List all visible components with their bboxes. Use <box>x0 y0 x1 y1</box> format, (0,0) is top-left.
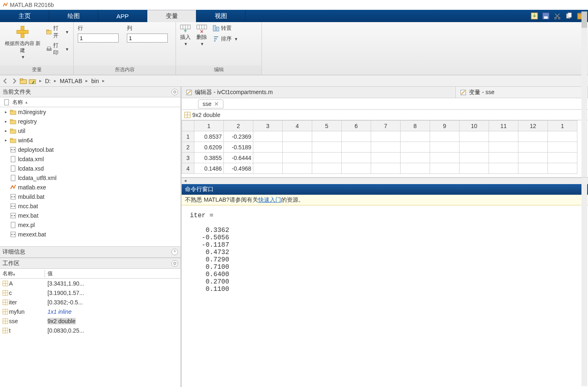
row-header[interactable]: 3 <box>182 153 194 163</box>
file-item[interactable]: lcdata.xsd <box>0 164 180 173</box>
grid-cell[interactable] <box>312 163 342 174</box>
grid-cell[interactable]: 0.6209 <box>194 142 224 153</box>
grid-cell[interactable] <box>518 142 548 153</box>
workspace-variable-row[interactable]: iter[0.3362;-0.5... <box>0 297 180 307</box>
grid-cell[interactable] <box>371 131 401 142</box>
grid-cell[interactable] <box>460 142 489 153</box>
column-header[interactable]: 12 <box>518 121 548 131</box>
current-folder-header[interactable]: 当前文件夹 ⊙ <box>0 87 180 97</box>
grid-cell[interactable] <box>342 153 371 163</box>
expand-icon[interactable] <box>3 223 8 227</box>
file-item[interactable]: matlab.exe <box>0 182 180 192</box>
insert-button[interactable]: 插入 ▼ <box>180 25 191 46</box>
column-header[interactable]: 6 <box>342 121 371 131</box>
new-from-selection-button[interactable]: 根据所选内容 新建 ▼ <box>4 25 41 59</box>
command-window-output[interactable]: iter = 0.3362 -0.5056 -0.1187 0.4732 0.7… <box>182 205 588 387</box>
grid-cell[interactable] <box>312 131 342 142</box>
tab-view[interactable]: 视图 <box>196 10 246 22</box>
column-header[interactable]: 9 <box>430 121 460 131</box>
grid-cell[interactable] <box>253 153 283 163</box>
tab-apps[interactable]: APP <box>98 10 147 22</box>
grid-cell[interactable] <box>401 131 430 142</box>
file-item[interactable]: mexext.bat <box>0 230 180 239</box>
column-header[interactable]: 7 <box>371 121 401 131</box>
grid-cell[interactable] <box>371 163 401 174</box>
folder-item[interactable]: ▸win64 <box>0 135 180 145</box>
grid-cell[interactable] <box>518 131 548 142</box>
up-folder-icon[interactable] <box>20 77 27 85</box>
grid-cell[interactable] <box>518 163 548 174</box>
breadcrumb-item[interactable]: bin <box>91 78 99 84</box>
column-header[interactable]: 2 <box>224 121 253 131</box>
expand-icon[interactable] <box>3 157 8 162</box>
grid-cell[interactable] <box>253 163 283 174</box>
minimize-icon[interactable]: ⊙ <box>171 89 178 95</box>
folder-item[interactable]: ▸m3iregistry <box>0 107 180 117</box>
column-header[interactable]: 11 <box>489 121 518 131</box>
variable-tab-sse[interactable]: sse ✕ <box>198 99 223 108</box>
grid-cell[interactable] <box>460 153 489 163</box>
breadcrumb-drive[interactable]: D: <box>45 78 51 84</box>
workspace-variable-row[interactable]: myfun1x1 inline <box>0 307 180 316</box>
variable-tab[interactable]: 变量 - sse <box>456 87 588 98</box>
column-header[interactable]: 10 <box>460 121 489 131</box>
folder-item[interactable]: ▸util <box>0 126 180 135</box>
workspace-variable-row[interactable]: t[0.0830,0.25... <box>0 326 180 335</box>
file-item[interactable]: mbuild.bat <box>0 192 180 201</box>
grid-cell[interactable] <box>489 163 518 174</box>
grid-cell[interactable] <box>430 142 460 153</box>
command-window-header[interactable]: 命令行窗口 <box>182 184 588 195</box>
grid-cell[interactable] <box>371 142 401 153</box>
grid-cell[interactable] <box>253 131 283 142</box>
tab-home[interactable]: 主页 <box>0 10 49 22</box>
current-folder-columns[interactable]: 名称 ▴ <box>0 97 180 107</box>
grid-cell[interactable]: -0.2369 <box>224 131 253 142</box>
file-item[interactable]: lcdata.xml <box>0 154 180 164</box>
grid-cell[interactable] <box>489 142 518 153</box>
expand-icon[interactable]: ▸ <box>3 119 8 124</box>
row-header[interactable]: 2 <box>182 142 194 153</box>
save-icon[interactable] <box>542 12 550 20</box>
details-panel-header[interactable]: 详细信息 ^ <box>0 246 180 258</box>
grid-cell[interactable] <box>430 163 460 174</box>
grid-cell[interactable]: -0.4968 <box>224 163 253 174</box>
grid-cell[interactable]: 0.3855 <box>194 153 224 163</box>
column-header[interactable]: 3 <box>253 121 283 131</box>
horizontal-scrollbar[interactable]: ◂ <box>182 178 588 184</box>
row-header[interactable]: 1 <box>182 131 194 142</box>
tab-plots[interactable]: 绘图 <box>49 10 98 22</box>
grid-cell[interactable] <box>548 153 577 163</box>
expand-icon[interactable] <box>3 185 8 190</box>
expand-icon[interactable] <box>3 213 8 218</box>
variable-grid[interactable]: 123456789101112110.8537-0.236920.6209-0.… <box>182 120 588 178</box>
grid-cell[interactable] <box>460 131 489 142</box>
transpose-button[interactable]: 转置 <box>213 25 238 32</box>
minimize-icon[interactable]: ⊙ <box>171 260 178 267</box>
expand-icon[interactable] <box>3 176 8 180</box>
grid-cell[interactable] <box>312 153 342 163</box>
grid-cell[interactable] <box>401 142 430 153</box>
grid-cell[interactable] <box>342 142 371 153</box>
file-item[interactable]: mex.bat <box>0 211 180 220</box>
file-item[interactable]: deploytool.bat <box>0 145 180 154</box>
expand-icon[interactable]: ▸ <box>3 110 8 115</box>
file-item[interactable]: lcdata_utf8.xml <box>0 173 180 182</box>
expand-icon[interactable]: ▸ <box>3 128 8 133</box>
folder-item[interactable]: ▸registry <box>0 117 180 126</box>
current-folder-list[interactable]: ▸m3iregistry▸registry▸util▸win64deployto… <box>0 107 180 246</box>
grid-cell[interactable]: 0.1486 <box>194 163 224 174</box>
import-icon[interactable] <box>531 12 538 20</box>
column-header[interactable]: 4 <box>283 121 312 131</box>
grid-cell[interactable]: 0.8537 <box>194 131 224 142</box>
grid-cell[interactable] <box>371 153 401 163</box>
grid-cell[interactable] <box>548 163 577 174</box>
grid-cell[interactable] <box>283 163 312 174</box>
browse-icon[interactable] <box>29 77 36 85</box>
grid-cell[interactable] <box>283 131 312 142</box>
grid-cell[interactable] <box>518 153 548 163</box>
cut-icon[interactable] <box>554 12 561 20</box>
grid-cell[interactable] <box>253 142 283 153</box>
editor-tab[interactable]: 编辑器 - ivCt1compartments.m <box>182 87 456 98</box>
tab-variable[interactable]: 变量 <box>147 10 196 22</box>
grid-cell[interactable] <box>430 131 460 142</box>
